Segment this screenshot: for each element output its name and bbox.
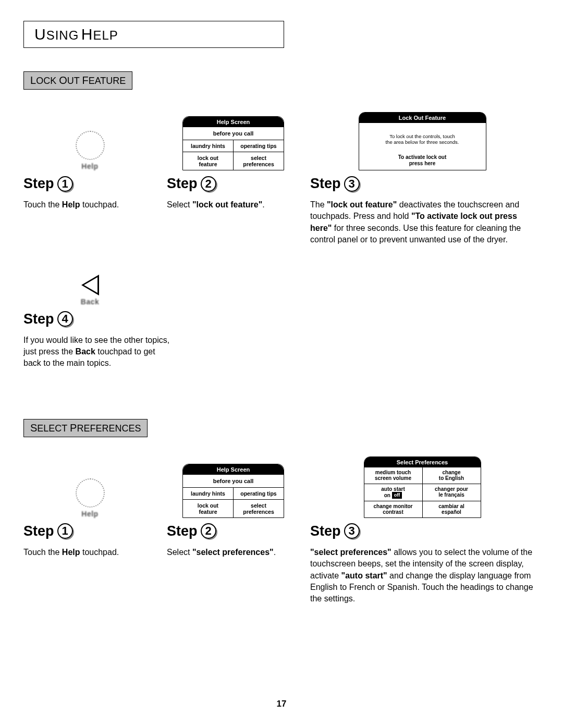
page-number: 17 bbox=[0, 699, 563, 709]
help-screen-header: Help Screen bbox=[183, 464, 284, 475]
touch-volume-cell: medium touch screen volume bbox=[364, 467, 423, 484]
step3-text: The "lock out feature" deactivates the t… bbox=[310, 199, 534, 246]
title-u: U bbox=[34, 26, 46, 43]
step4-heading: Step 4 bbox=[23, 311, 156, 327]
step3b-text: "select preferences" allows you to selec… bbox=[310, 547, 534, 605]
section-label-preferences: SELECT PREFERENCES bbox=[23, 419, 148, 437]
laundry-hints-cell: laundry hints bbox=[183, 488, 234, 499]
step1-text: Touch the Help touchpad. bbox=[23, 199, 156, 211]
auto-start-cell: auto start on off bbox=[364, 484, 423, 501]
help-icon-label: Help bbox=[81, 162, 98, 170]
step-number-1: 1 bbox=[57, 523, 73, 539]
help-icon-label: Help bbox=[81, 510, 98, 518]
lockout-screen-widget: Lock Out Feature To lock out the control… bbox=[359, 112, 486, 170]
help-screen-widget: Help Screen before you call laundry hint… bbox=[182, 464, 284, 518]
help-screen-widget: Help Screen before you call laundry hint… bbox=[182, 116, 284, 170]
step-number-2: 2 bbox=[201, 176, 216, 192]
back-arrow-icon bbox=[81, 275, 99, 295]
help-touchpad-icon: Help bbox=[76, 131, 105, 170]
step3-heading: Step 3 bbox=[310, 176, 534, 192]
section2-row1: Help Step 1 Touch the Help touchpad. Hel… bbox=[23, 448, 534, 605]
francais-cell: changer pour le français bbox=[423, 484, 481, 501]
step4-text: If you would like to see the other topic… bbox=[23, 335, 172, 369]
step-number-2: 2 bbox=[201, 523, 216, 539]
lockout-header: Lock Out Feature bbox=[359, 113, 486, 123]
page-title: USING HELP bbox=[23, 21, 284, 48]
section-label-lockout: LOCK OUT FEATURE bbox=[23, 71, 132, 90]
dotted-circle-icon bbox=[76, 131, 105, 160]
step-number-3: 3 bbox=[344, 523, 360, 539]
step2-heading: Step 2 bbox=[167, 176, 300, 192]
step3b-heading: Step 3 bbox=[310, 523, 534, 539]
off-indicator: off bbox=[392, 492, 402, 498]
back-icon-label: Back bbox=[81, 298, 99, 306]
before-you-call: before you call bbox=[183, 475, 284, 488]
english-cell: change to English bbox=[423, 467, 481, 484]
step2b-heading: Step 2 bbox=[167, 523, 300, 539]
back-touchpad-icon: Back bbox=[81, 275, 99, 306]
dotted-circle-icon bbox=[76, 478, 105, 508]
laundry-hints-cell: laundry hints bbox=[183, 140, 234, 152]
operating-tips-cell: operating tips bbox=[234, 140, 284, 152]
lock-out-feature-cell: lock out feature bbox=[183, 500, 234, 517]
title-elp: ELP bbox=[93, 28, 118, 42]
lock-out-feature-cell: lock out feature bbox=[183, 152, 234, 170]
step2b-text: Select "select preferences". bbox=[167, 547, 300, 558]
pref-header: Select Preferences bbox=[364, 457, 481, 467]
operating-tips-cell: operating tips bbox=[234, 488, 284, 499]
help-touchpad-icon: Help bbox=[76, 478, 105, 518]
section1-row2: Back Step 4 If you would like to see the… bbox=[23, 256, 534, 369]
step2-text: Select "lock out feature". bbox=[167, 199, 300, 211]
lockout-instructions: To lock out the controls, touch the area… bbox=[359, 123, 486, 152]
step-number-1: 1 bbox=[57, 176, 73, 192]
espanol-cell: cambiar al español bbox=[423, 501, 481, 517]
step1-heading: Step 1 bbox=[23, 176, 156, 192]
title-sing: SING bbox=[46, 28, 79, 42]
contrast-cell: change monitor contrast bbox=[364, 501, 423, 517]
step-number-4: 4 bbox=[57, 311, 73, 327]
title-h: H bbox=[81, 26, 93, 43]
activate-lockout: To activate lock out press here bbox=[359, 152, 486, 169]
preferences-screen-widget: Select Preferences medium touch screen v… bbox=[364, 456, 481, 518]
step1b-text: Touch the Help touchpad. bbox=[23, 547, 156, 558]
select-preferences-cell: select preferences bbox=[234, 152, 284, 170]
step-number-3: 3 bbox=[344, 176, 360, 192]
select-preferences-cell: select preferences bbox=[234, 500, 284, 517]
before-you-call: before you call bbox=[183, 127, 284, 140]
help-screen-header: Help Screen bbox=[183, 117, 284, 127]
section1-row1: Help Step 1 Touch the Help touchpad. Hel… bbox=[23, 100, 534, 246]
step1b-heading: Step 1 bbox=[23, 523, 156, 539]
